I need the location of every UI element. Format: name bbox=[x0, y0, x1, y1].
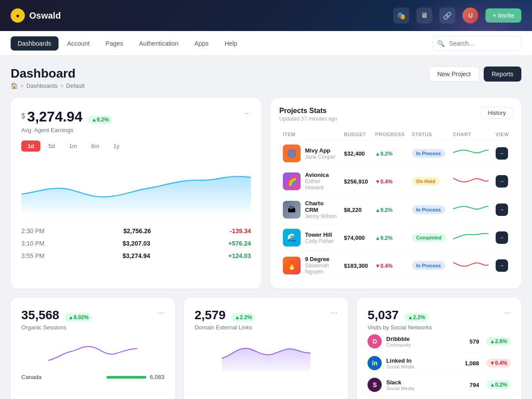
project-go-btn-0[interactable]: → bbox=[496, 147, 508, 160]
project-chart-1 bbox=[450, 167, 492, 196]
project-go-btn-2[interactable]: → bbox=[496, 203, 508, 216]
social-value-0: 579 bbox=[469, 338, 479, 345]
time-btn-1m[interactable]: 1m bbox=[63, 141, 83, 152]
nav-share-icon[interactable]: 🔗 bbox=[439, 8, 455, 23]
data-row-1: 2:30 PM $2,756.26 -139.34 bbox=[21, 225, 251, 237]
social-name-0: Dribbble bbox=[386, 336, 411, 342]
project-budget-1: $256,910 bbox=[344, 178, 368, 185]
search-icon: 🔍 bbox=[437, 40, 445, 47]
social-type-1: Social Media bbox=[386, 364, 414, 369]
project-budget-2: $8,220 bbox=[344, 207, 362, 213]
social-left-0: D Dribbble Community bbox=[368, 334, 411, 348]
page-content: Dashboard 🏠 > Dashboards > Default New P… bbox=[0, 56, 532, 399]
social-header: 5,037 ▲2.2% Visits by Social Networks ··… bbox=[368, 308, 511, 331]
breadcrumb-default: Default bbox=[66, 82, 84, 89]
geo-row-canada: Canada 6,083 bbox=[21, 372, 164, 383]
links-header: 2,579 ▲2.2% Domain External Links ··· bbox=[195, 308, 338, 331]
project-go-btn-1[interactable]: → bbox=[496, 175, 508, 188]
projects-table: ITEM BUDGET PROGRESS STATUS CHART VIEW 🌀… bbox=[279, 129, 512, 280]
nav-item-apps[interactable]: Apps bbox=[188, 36, 216, 51]
project-status-2: In Process bbox=[412, 205, 446, 214]
logo-icon: ● bbox=[11, 8, 25, 23]
time-btn-1d[interactable]: 1d bbox=[21, 141, 40, 152]
earnings-subtitle: Avg. Agent Earnings bbox=[21, 127, 113, 133]
nav-item-authentication[interactable]: Authentication bbox=[132, 36, 186, 51]
bottom-grid: 35,568 ▲8.02% Organic Sessions ··· Canad… bbox=[11, 297, 521, 399]
nav-item-help[interactable]: Help bbox=[217, 36, 244, 51]
project-thumb-3: 🌊 bbox=[283, 229, 301, 246]
page-title-area: Dashboard 🏠 > Dashboards > Default bbox=[11, 66, 85, 89]
project-chart-0 bbox=[450, 140, 492, 167]
project-go-btn-3[interactable]: → bbox=[496, 231, 508, 244]
user-avatar[interactable]: U bbox=[462, 8, 478, 23]
page-title: Dashboard bbox=[11, 66, 85, 81]
row-change-2: +576.24 bbox=[228, 240, 251, 247]
project-progress-1: ▼0.4% bbox=[375, 179, 392, 185]
search-area: 🔍 bbox=[433, 36, 521, 51]
social-item-0: D Dribbble Community 579 ▲2.6% bbox=[368, 331, 511, 352]
social-change-1: ▼0.4% bbox=[486, 359, 511, 368]
invite-button[interactable]: + Invite bbox=[485, 8, 521, 23]
project-names-4: 9 Degree Savannah Nguyen bbox=[305, 256, 337, 275]
table-row: 🔥 9 Degree Savannah Nguyen $183,300 ▼0.4… bbox=[279, 251, 512, 280]
new-project-button[interactable]: New Project bbox=[429, 66, 479, 82]
links-chart-svg bbox=[195, 336, 338, 372]
data-row-2: 3:10 PM $3,207.03 +576.24 bbox=[21, 237, 251, 250]
table-header-row: ITEM BUDGET PROGRESS STATUS CHART VIEW bbox=[279, 129, 512, 140]
search-input[interactable] bbox=[433, 36, 521, 51]
time-btn-5d[interactable]: 5d bbox=[42, 141, 61, 152]
project-item-3: 🌊 Tower Hill Cody Fisher bbox=[283, 229, 337, 246]
geo-bar bbox=[106, 376, 146, 379]
links-info: 2,579 ▲2.2% Domain External Links bbox=[195, 308, 256, 331]
earnings-chart bbox=[21, 159, 251, 212]
reports-button[interactable]: Reports bbox=[484, 66, 521, 82]
nav-item-pages[interactable]: Pages bbox=[98, 36, 130, 51]
social-change-2: ▲0.2% bbox=[486, 380, 511, 389]
sessions-more-icon[interactable]: ··· bbox=[158, 308, 164, 317]
secondary-navbar: Dashboards Account Pages Authentication … bbox=[0, 31, 532, 56]
nav-screen-icon[interactable]: 🖥 bbox=[416, 8, 432, 23]
project-progress-2: ▲9.2% bbox=[375, 207, 392, 213]
links-badge: ▲2.2% bbox=[231, 313, 255, 322]
social-number: 5,037 bbox=[368, 308, 399, 322]
social-list: D Dribbble Community 579 ▲2.6% in Linked… bbox=[368, 331, 511, 396]
earnings-more-icon[interactable]: ··· bbox=[244, 109, 251, 118]
time-btn-6m[interactable]: 6m bbox=[85, 141, 106, 152]
project-name-1: Avionica bbox=[305, 172, 337, 178]
social-left-1: in Linked In Social Media bbox=[368, 356, 414, 370]
social-names-2: Slack Social Media bbox=[386, 379, 414, 391]
time-btn-1y[interactable]: 1y bbox=[107, 141, 126, 152]
project-progress-3: ▲9.2% bbox=[375, 235, 392, 241]
sessions-chart-svg bbox=[21, 336, 164, 372]
social-label: Visits by Social Networks bbox=[368, 324, 432, 331]
time-filters: 1d 5d 1m 6m 1y bbox=[21, 141, 251, 152]
project-chart-3 bbox=[450, 224, 492, 251]
project-name-4: 9 Degree bbox=[305, 256, 337, 262]
history-button[interactable]: History bbox=[481, 107, 512, 119]
sessions-header: 35,568 ▲8.02% Organic Sessions ··· bbox=[21, 308, 164, 331]
project-go-btn-4[interactable]: → bbox=[496, 259, 508, 272]
social-more-icon[interactable]: ··· bbox=[504, 308, 511, 317]
social-stats-2: 794 ▲0.2% bbox=[469, 380, 511, 389]
sessions-info: 35,568 ▲8.02% Organic Sessions bbox=[21, 308, 92, 331]
geo-data: Canada 6,083 bbox=[21, 372, 164, 383]
social-logo-2: S bbox=[368, 378, 382, 392]
social-stats-0: 579 ▲2.6% bbox=[469, 337, 511, 346]
nav-item-dashboards[interactable]: Dashboards bbox=[11, 36, 59, 51]
nav-mask-icon[interactable]: 🎭 bbox=[393, 8, 409, 23]
row-change-3: +124.03 bbox=[228, 252, 251, 259]
row-time-2: 3:10 PM bbox=[21, 240, 44, 247]
breadcrumb: 🏠 > Dashboards > Default bbox=[11, 82, 85, 89]
project-chart-4 bbox=[450, 251, 492, 280]
project-item-1: 🌈 Avionica Esther Howard bbox=[283, 172, 337, 191]
links-label: Domain External Links bbox=[195, 324, 256, 331]
project-names-3: Tower Hill Cody Fisher bbox=[305, 231, 334, 244]
links-more-icon[interactable]: ··· bbox=[331, 308, 337, 317]
top-navbar: ● Oswald 🎭 🖥 🔗 U + Invite bbox=[0, 0, 532, 31]
earnings-currency: $ bbox=[21, 112, 25, 120]
sessions-number-row: 35,568 ▲8.02% bbox=[21, 308, 92, 322]
social-type-0: Community bbox=[386, 342, 411, 348]
earnings-data-rows: 2:30 PM $2,756.26 -139.34 3:10 PM $3,207… bbox=[21, 219, 251, 262]
nav-item-account[interactable]: Account bbox=[60, 36, 97, 51]
project-item-0: 🌀 Mivy App Jane Cooper bbox=[283, 145, 337, 162]
